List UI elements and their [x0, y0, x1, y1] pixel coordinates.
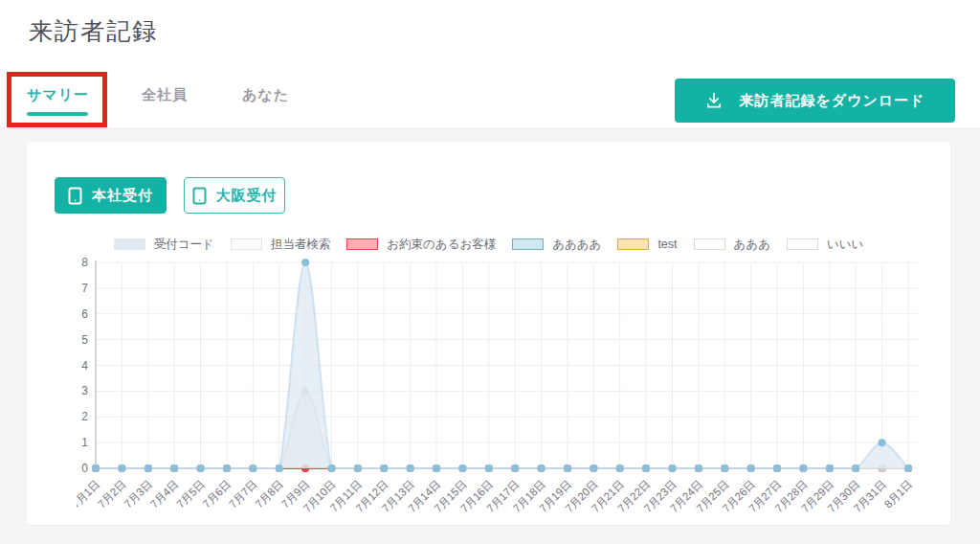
x-tick-label: 7月7日	[227, 478, 259, 510]
data-point[interactable]	[826, 465, 834, 472]
data-point[interactable]	[773, 465, 781, 472]
data-point[interactable]	[223, 465, 231, 472]
series-area-担当者検索	[96, 391, 908, 468]
legend-label: お約束のあるお客様	[387, 237, 496, 253]
data-point[interactable]	[799, 465, 807, 472]
legend-label: 担当者検索	[271, 237, 331, 253]
data-point[interactable]	[485, 465, 493, 472]
series-line-担当者検索	[96, 391, 908, 468]
data-point[interactable]	[433, 465, 440, 472]
y-tick-label: 7	[81, 282, 88, 295]
filter-button-label: 本社受付	[92, 187, 153, 205]
legend-label: いいい	[827, 237, 863, 253]
legend-item[interactable]: 担当者検索	[231, 237, 331, 253]
data-point[interactable]	[642, 465, 650, 472]
data-point[interactable]	[276, 465, 283, 472]
tab-you[interactable]: あなた	[242, 86, 289, 104]
tab-all-employees[interactable]: 全社員	[142, 86, 188, 104]
y-tick-label: 1	[81, 436, 88, 449]
data-point[interactable]	[695, 465, 702, 472]
x-tick-label: 7月3日	[122, 478, 154, 510]
tablet-icon	[192, 187, 207, 205]
legend-label: あああ	[734, 237, 770, 253]
data-point[interactable]	[669, 465, 677, 472]
data-point[interactable]	[879, 439, 886, 446]
data-point[interactable]	[170, 465, 178, 472]
legend-label: test	[657, 238, 677, 251]
data-point[interactable]	[590, 465, 597, 472]
legend-swatch	[787, 238, 818, 250]
x-tick-label: 7月2日	[96, 478, 128, 510]
legend-item[interactable]: test	[617, 238, 677, 251]
chart-legend: 受付コード担当者検索お約束のあるお客様ああああtestあああいいい	[27, 237, 950, 252]
legend-item[interactable]: あああ	[694, 237, 770, 253]
page-header: 来訪者記録 サマリー 全社員 あなた 来訪者記録をダウンロード	[0, 0, 980, 127]
filter-button-osaka-reception[interactable]: 大阪受付	[184, 177, 285, 214]
data-point[interactable]	[538, 465, 546, 472]
data-point[interactable]	[721, 465, 728, 472]
data-point[interactable]	[145, 465, 152, 472]
data-point[interactable]	[904, 465, 912, 472]
data-point[interactable]	[249, 465, 256, 472]
x-tick-label: 7月5日	[174, 478, 207, 510]
chart-card: 本社受付 大阪受付 受付コード担当者検索お約束のあるお客様ああああtestあああ…	[27, 142, 950, 525]
data-point[interactable]	[511, 465, 519, 472]
data-point[interactable]	[747, 465, 755, 472]
tablet-icon	[68, 187, 82, 205]
page-title: 来訪者記録	[29, 15, 158, 47]
data-point[interactable]	[458, 465, 466, 472]
y-tick-label: 0	[81, 462, 88, 475]
x-tick-label: 7月8日	[253, 478, 285, 510]
y-tick-label: 3	[81, 384, 88, 397]
legend-item[interactable]: いいい	[787, 237, 863, 253]
data-point[interactable]	[564, 465, 571, 472]
legend-swatch	[617, 238, 649, 250]
legend-label: 受付コード	[154, 237, 214, 253]
data-point[interactable]	[616, 465, 624, 472]
x-tick-label: 8月1日	[882, 478, 915, 510]
filter-button-label: 大阪受付	[216, 187, 278, 205]
legend-swatch	[231, 238, 262, 250]
data-point[interactable]	[118, 465, 125, 472]
y-tick-label: 8	[81, 256, 88, 269]
chart-area: 0123456787月1日7月2日7月3日7月4日7月5日7月6日7月7日7月8…	[77, 251, 928, 521]
legend-swatch	[346, 238, 378, 250]
legend-swatch	[694, 238, 725, 250]
data-point[interactable]	[380, 465, 388, 472]
legend-item[interactable]: お約束のあるお客様	[346, 237, 496, 253]
legend-item[interactable]: 受付コード	[114, 237, 214, 253]
download-icon	[704, 91, 724, 110]
x-tick-label: 7月6日	[201, 478, 234, 510]
data-point[interactable]	[327, 465, 335, 472]
download-button-label: 来訪者記録をダウンロード	[739, 92, 924, 110]
filter-button-head-office-reception[interactable]: 本社受付	[55, 177, 167, 214]
legend-swatch	[114, 238, 145, 250]
y-tick-label: 4	[81, 359, 88, 373]
visitors-chart: 0123456787月1日7月2日7月3日7月4日7月5日7月6日7月7日7月8…	[77, 251, 928, 521]
data-point[interactable]	[301, 259, 309, 266]
download-button[interactable]: 来訪者記録をダウンロード	[675, 79, 955, 123]
legend-item[interactable]: ああああ	[512, 237, 601, 253]
y-tick-label: 2	[81, 410, 88, 423]
data-point[interactable]	[92, 465, 100, 472]
data-point[interactable]	[407, 465, 414, 472]
x-tick-label: 7月4日	[148, 478, 181, 510]
data-point[interactable]	[354, 465, 362, 472]
annotation-highlight-box	[7, 72, 107, 127]
legend-label: ああああ	[552, 237, 601, 253]
data-point[interactable]	[197, 465, 205, 472]
y-tick-label: 5	[81, 333, 88, 347]
y-tick-label: 6	[81, 307, 88, 321]
legend-swatch	[512, 238, 544, 250]
data-point[interactable]	[852, 465, 859, 472]
